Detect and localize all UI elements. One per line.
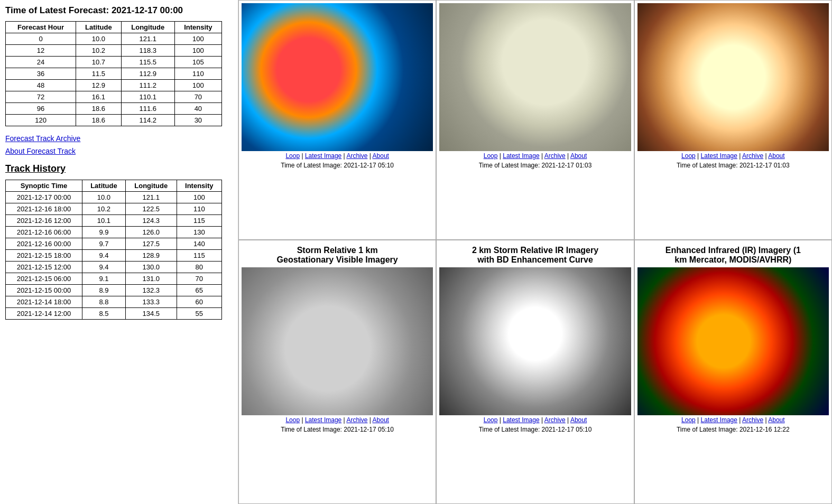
table-row: 2021-12-15 18:009.4128.9115 [6,250,222,262]
image-links-top-3: Loop | Latest Image | Archive | About [681,152,785,160]
bottom-3-caption: Enhanced Infrared (IR) Imagery (1km Merc… [665,246,801,265]
table-row: 2021-12-14 18:008.8133.360 [6,296,222,308]
about-link-bottom-2[interactable]: About [570,416,587,424]
table-row: 2021-12-16 12:0010.1124.3115 [6,215,222,227]
image-links-bottom-2: Loop | Latest Image | Archive | About [484,416,587,424]
image-links-top-1: Loop | Latest Image | Archive | About [285,152,389,160]
forecast-col-lon: Longitude [121,22,174,33]
table-row: 2021-12-16 06:009.9126.0130 [6,227,222,238]
table-row: 2021-12-16 00:009.7127.5140 [6,238,222,250]
image-links-bottom-3: Loop | Latest Image | Archive | About [681,416,785,424]
table-row: 2021-12-15 06:009.1131.070 [6,273,222,285]
archive-link-top-3[interactable]: Archive [742,152,763,160]
latest-image-link-bottom-3[interactable]: Latest Image [701,416,737,424]
table-row: 7216.1110.170 [6,91,222,103]
loop-link-top-3[interactable]: Loop [681,152,696,160]
table-row: 2410.7115.5105 [6,57,222,68]
loop-link-top-2[interactable]: Loop [484,152,498,160]
about-link-bottom-3[interactable]: About [768,416,784,424]
track-col-intensity: Intensity [177,180,221,192]
track-history-table: Synoptic Time Latitude Longitude Intensi… [5,180,222,320]
satellite-image-bottom-3 [637,267,829,415]
about-link-top-1[interactable]: About [373,152,389,160]
about-link-top-2[interactable]: About [570,152,587,160]
image-cell-top-1: Loop | Latest Image | Archive | About Ti… [238,0,436,240]
table-row: 2021-12-15 00:008.9132.365 [6,285,222,296]
latest-image-link-bottom-2[interactable]: Latest Image [503,416,539,424]
latest-image-link-top-1[interactable]: Latest Image [305,152,341,160]
table-row: 2021-12-17 00:0010.0121.1100 [6,192,222,203]
forecast-col-intensity: Intensity [174,22,221,33]
image-time-bottom-2: Time of Latest Image: 2021-12-17 05:10 [479,426,592,433]
image-links-bottom-1: Loop | Latest Image | Archive | About [285,416,389,424]
table-row: 2021-12-16 18:0010.2122.5110 [6,203,222,215]
archive-link-bottom-1[interactable]: Archive [346,416,367,424]
track-col-lat: Latitude [82,180,125,192]
forecast-table: Forecast Hour Latitude Longitude Intensi… [5,21,222,126]
image-links-top-2: Loop | Latest Image | Archive | About [484,152,587,160]
image-cell-top-2: Loop | Latest Image | Archive | About Ti… [436,0,634,240]
archive-link-bottom-3[interactable]: Archive [742,416,763,424]
table-row: 2021-12-15 12:009.4130.080 [6,262,222,273]
image-cell-top-3: Loop | Latest Image | Archive | About Ti… [634,0,832,240]
image-time-top-1: Time of Latest Image: 2021-12-17 05:10 [281,162,394,169]
table-row: 010.0121.1100 [6,33,222,45]
bottom-1-caption: Storm Relative 1 kmGeostationary Visible… [277,246,398,265]
satellite-image-bottom-1 [242,267,433,415]
satellite-image-top-1 [242,3,433,151]
loop-link-top-1[interactable]: Loop [285,152,300,160]
about-forecast-track-link[interactable]: About Forecast Track [5,147,233,155]
main-container: Time of Latest Forecast: 2021-12-17 00:0… [0,0,832,504]
track-col-time: Synoptic Time [6,180,82,192]
table-row: 3611.5112.9110 [6,68,222,80]
table-row: 9618.6111.640 [6,103,222,115]
track-history-title: Track History [5,163,233,174]
satellite-image-top-2 [439,3,631,151]
archive-link-top-1[interactable]: Archive [346,152,367,160]
archive-link-bottom-2[interactable]: Archive [544,416,566,424]
satellite-image-bottom-2 [439,267,631,415]
right-panel: Loop | Latest Image | Archive | About Ti… [238,0,832,504]
forecast-track-archive-link[interactable]: Forecast Track Archive [5,134,233,143]
image-time-bottom-1: Time of Latest Image: 2021-12-17 05:10 [281,426,394,433]
left-panel: Time of Latest Forecast: 2021-12-17 00:0… [0,0,238,504]
loop-link-bottom-2[interactable]: Loop [484,416,498,424]
bottom-2-caption: 2 km Storm Relative IR Imagerywith BD En… [472,246,598,265]
loop-link-bottom-1[interactable]: Loop [285,416,300,424]
table-row: 2021-12-14 12:008.5134.555 [6,308,222,320]
about-link-bottom-1[interactable]: About [373,416,389,424]
image-time-top-3: Time of Latest Image: 2021-12-17 01:03 [677,162,790,169]
table-row: 12018.6114.230 [6,115,222,126]
latest-image-link-bottom-1[interactable]: Latest Image [305,416,341,424]
forecast-col-lat: Latitude [76,22,122,33]
table-row: 1210.2118.3100 [6,45,222,57]
image-time-top-2: Time of Latest Image: 2021-12-17 01:03 [479,162,592,169]
image-time-bottom-3: Time of Latest Image: 2021-12-16 12:22 [677,426,790,433]
about-link-top-3[interactable]: About [768,152,784,160]
table-row: 4812.9111.2100 [6,80,222,91]
latest-image-link-top-3[interactable]: Latest Image [701,152,737,160]
image-cell-bottom-3: Enhanced Infrared (IR) Imagery (1km Merc… [634,240,832,504]
latest-image-link-top-2[interactable]: Latest Image [503,152,539,160]
loop-link-bottom-3[interactable]: Loop [681,416,696,424]
forecast-title: Time of Latest Forecast: 2021-12-17 00:0… [5,5,233,16]
track-col-lon: Longitude [125,180,177,192]
image-cell-bottom-2: 2 km Storm Relative IR Imagerywith BD En… [436,240,634,504]
forecast-col-hour: Forecast Hour [6,22,76,33]
satellite-image-top-3 [637,3,829,151]
archive-link-top-2[interactable]: Archive [544,152,566,160]
image-cell-bottom-1: Storm Relative 1 kmGeostationary Visible… [238,240,436,504]
